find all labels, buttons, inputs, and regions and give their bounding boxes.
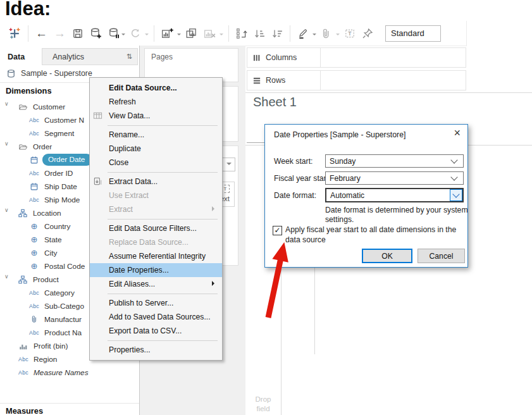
- menu-item-label: Properties...: [109, 345, 151, 354]
- menu-item-duplicate[interactable]: Duplicate: [90, 142, 222, 156]
- drop-field-hint[interactable]: Drop field: [245, 395, 281, 414]
- new-worksheet-dropdown[interactable]: [177, 34, 181, 37]
- menu-item-add-to-saved-data-sources[interactable]: Add to Saved Data Sources...: [90, 310, 222, 324]
- globe-icon: ⊕: [28, 262, 40, 270]
- refresh-dropdown[interactable]: [145, 34, 149, 37]
- pages-shelf-label: Pages: [145, 49, 238, 61]
- tab-data[interactable]: Data: [0, 48, 42, 65]
- submenu-arrow-icon: [212, 281, 217, 286]
- datasource-label: Sample - Superstore: [21, 69, 92, 78]
- pane-swap-icon[interactable]: ⇅: [127, 53, 132, 61]
- fiscal-year-start-dropdown[interactable]: February: [325, 171, 464, 185]
- tableau-logo-icon: [5, 25, 24, 42]
- swap-axes-icon[interactable]: [233, 25, 251, 42]
- chevron-expand-icon[interactable]: ∨: [4, 207, 9, 213]
- clear-sheet-icon[interactable]: [201, 25, 219, 42]
- week-start-dropdown[interactable]: Sunday: [325, 154, 464, 168]
- apply-fiscal-year-label: Apply fiscal year start to all date dime…: [285, 225, 473, 245]
- sort-ascending-icon[interactable]: [251, 25, 268, 42]
- week-start-label: Week start:: [274, 157, 312, 166]
- forward-arrow-icon[interactable]: →: [51, 25, 69, 42]
- menu-item-date-properties[interactable]: Date Properties...: [90, 263, 222, 277]
- back-arrow-icon[interactable]: ←: [32, 25, 51, 42]
- chevron-expand-icon[interactable]: ∨: [4, 273, 9, 280]
- menu-item-refresh[interactable]: Refresh: [90, 95, 222, 109]
- chevron-expand-icon[interactable]: ∨: [4, 140, 9, 147]
- field-label: City: [44, 249, 57, 257]
- chevron-down-icon: [450, 156, 457, 163]
- highlight-dropdown[interactable]: [312, 34, 316, 37]
- menu-item-view-data[interactable]: View Data...: [90, 109, 222, 123]
- menu-item-export-data-to-csv[interactable]: Export Data to CSV...: [90, 324, 222, 338]
- pause-updates-icon[interactable]: [105, 25, 121, 42]
- ok-button[interactable]: OK: [362, 249, 412, 263]
- field-label: State: [44, 235, 62, 244]
- globe-icon: ⊕: [28, 249, 40, 257]
- field-measure-names[interactable]: AbcMeasure Names: [0, 366, 139, 379]
- menu-item-properties[interactable]: Properties...: [90, 343, 222, 357]
- page-title: Idea:: [5, 0, 51, 20]
- refresh-icon[interactable]: [127, 25, 144, 42]
- sort-descending-icon[interactable]: [268, 25, 286, 42]
- toolbar: ← →: [0, 21, 467, 46]
- field-label: Location: [33, 209, 61, 218]
- menu-item-edit-aliases[interactable]: Edit Aliases...: [90, 277, 222, 291]
- field-label: Customer N: [44, 116, 84, 125]
- date-format-helper-text: Date format is determined by your system…: [325, 206, 472, 225]
- menu-item-assume-referential-integrity[interactable]: Assume Referential Integrity: [90, 249, 222, 263]
- drop-zone-header-line: [247, 142, 266, 143]
- pin-icon[interactable]: [359, 25, 376, 42]
- menu-item-label: Publish to Server...: [109, 299, 173, 307]
- menu-item-label: Use Extract: [109, 191, 149, 200]
- menu-item-extract-data[interactable]: Extract Data...: [90, 175, 222, 189]
- duplicate-sheet-icon[interactable]: [182, 25, 201, 42]
- field-label: Segment: [44, 129, 74, 138]
- add-data-source-icon[interactable]: [87, 25, 105, 42]
- save-icon[interactable]: [69, 25, 87, 42]
- menu-item-edit-data-source-filters[interactable]: Edit Data Source Filters...: [90, 221, 222, 235]
- fit-value: Standard: [391, 28, 424, 38]
- hierarchy-icon: [16, 209, 29, 218]
- columns-shelf[interactable]: Columns: [247, 47, 466, 68]
- pause-updates-dropdown[interactable]: [121, 34, 125, 37]
- menu-item-close[interactable]: Close: [90, 156, 222, 170]
- field-label: Sub-Catego: [44, 302, 84, 311]
- menu-item-label: Close: [109, 158, 128, 167]
- tab-analytics[interactable]: Analytics ⇅: [42, 48, 138, 65]
- abc-icon: Abc: [28, 330, 40, 336]
- abc-icon: Abc: [28, 117, 40, 123]
- text-label-icon[interactable]: T: [341, 25, 359, 42]
- new-worksheet-icon[interactable]: [158, 25, 176, 42]
- folder-icon: [16, 142, 29, 151]
- date-format-dropdown[interactable]: Automatic: [325, 188, 464, 202]
- extract-icon: [92, 177, 103, 186]
- menu-separator: [108, 340, 218, 341]
- menu-item-label: Refresh: [109, 97, 136, 106]
- fiscal-year-start-label: Fiscal year start:: [274, 174, 330, 183]
- rows-shelf[interactable]: Rows: [247, 70, 466, 90]
- date-format-value: Automatic: [330, 191, 462, 200]
- paperclip-dropdown[interactable]: [336, 34, 340, 37]
- menu-item-publish-to-server[interactable]: Publish to Server...: [90, 296, 222, 310]
- dimensions-header: Dimensions: [6, 86, 52, 96]
- group-paperclip-icon[interactable]: [318, 25, 335, 42]
- week-start-value: Sunday: [330, 157, 452, 166]
- globe-icon: ⊕: [28, 222, 40, 230]
- close-icon[interactable]: ×: [454, 127, 461, 139]
- field-label: Ship Date: [44, 182, 77, 191]
- menu-item-edit-data-source[interactable]: Edit Data Source...: [90, 81, 222, 95]
- highlight-pen-icon[interactable]: [294, 25, 312, 42]
- menu-item-rename[interactable]: Rename...: [90, 128, 222, 142]
- menu-separator: [108, 219, 218, 220]
- rows-icon: [253, 77, 261, 85]
- cancel-button[interactable]: Cancel: [418, 249, 465, 263]
- fit-selector[interactable]: Standard: [385, 25, 441, 42]
- abc-icon: Abc: [17, 356, 30, 362]
- tab-analytics-label: Analytics: [53, 53, 84, 61]
- datasource-context-menu: Edit Data Source...RefreshView Data...Re…: [89, 77, 223, 361]
- abc-icon: Abc: [28, 197, 40, 203]
- dropdown-button[interactable]: [450, 189, 462, 201]
- field-label: Product Na: [44, 328, 82, 337]
- chevron-expand-icon[interactable]: ∨: [4, 101, 9, 107]
- clear-sheet-dropdown[interactable]: [220, 34, 223, 37]
